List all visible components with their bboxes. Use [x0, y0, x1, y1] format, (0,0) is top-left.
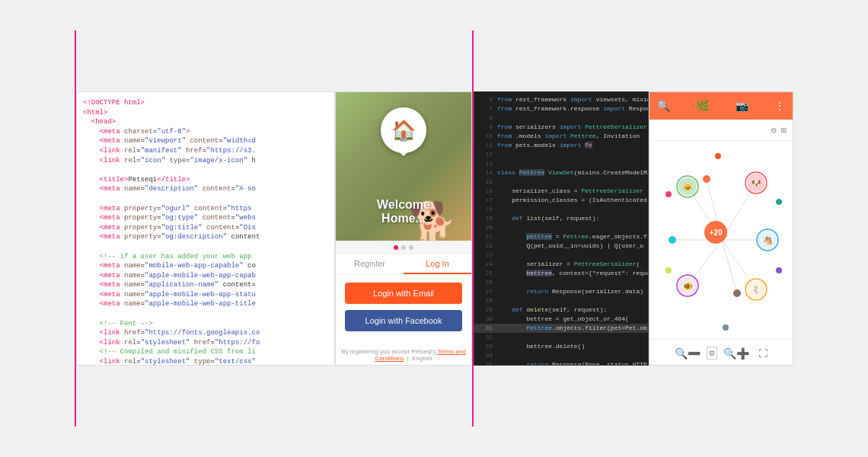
code-line-8: 8 — [474, 113, 648, 123]
code-line-14: 14 class Pettree ViewSet(mixins.CreateMo… — [474, 168, 648, 177]
code-line-16: 16 serializer_class = PettreeSerializer — [474, 187, 648, 196]
welcome-text: Welcome Home... — [336, 198, 471, 225]
svg-point-16 — [665, 191, 672, 197]
svg-text:🐱: 🐱 — [683, 182, 693, 192]
code-line-35: 35 return Response(None, status.HTTP_204… — [474, 360, 648, 366]
code-line-28: 28 — [474, 296, 648, 305]
search-icon[interactable]: 🔍 — [657, 100, 670, 112]
mobile-body: Login with Email Login with Facebook — [336, 275, 471, 345]
svg-point-13 — [669, 236, 676, 244]
code-line-31: 31 Pettree.objects.filter(pet=Pet.obje — [474, 324, 648, 333]
dot-3 — [409, 245, 413, 250]
mobile-tabs: Register Log In — [336, 254, 471, 275]
login-email-button[interactable]: Login with Email — [345, 283, 462, 304]
graph-toolbar: ⚙ ⊞ — [649, 120, 793, 141]
code-line-18: 18 — [474, 205, 648, 214]
code-line-23: 23 — [474, 251, 648, 260]
code-line-26: 26 — [474, 278, 648, 287]
code-line-7: 7 from rest_framework.response import Re… — [474, 104, 648, 113]
welcome-title-line1: Welcome — [336, 198, 471, 212]
code-line-12: 12 — [474, 150, 648, 159]
code-line-20: 20 — [474, 223, 648, 232]
code-line-33: 33 bettree.delete() — [474, 342, 648, 351]
svg-point-18 — [776, 267, 782, 273]
svg-point-20 — [715, 153, 721, 159]
svg-text:🐶: 🐶 — [752, 178, 761, 188]
tab-login[interactable]: Log In — [404, 254, 471, 274]
code-line-32: 32 — [474, 333, 648, 342]
panel-left-code: <!DOCTYPE html> <html> <head> <meta char… — [76, 91, 335, 366]
svg-point-15 — [733, 289, 741, 297]
code-line-25: 25 bettree, context={"request": reques — [474, 269, 648, 278]
carousel-dots — [336, 241, 471, 254]
more-icon[interactable]: ⋮ — [774, 100, 785, 112]
speech-bubble: 🏠 — [381, 107, 426, 153]
graph-header: 🔍 🌿 📷 ⋮ — [649, 92, 793, 120]
code-line-13: 13 — [474, 159, 648, 168]
svg-point-21 — [723, 324, 729, 331]
code-line-9: 9 from serializers import PettreeSeriali… — [474, 123, 648, 132]
leaf-icon[interactable]: 🌿 — [696, 100, 709, 112]
svg-point-14 — [703, 175, 710, 183]
footer-text: By registering you accept Petseqi's — [341, 348, 436, 355]
panel-code-dark: 6 from rest_framework import viewsets, m… — [474, 91, 649, 366]
panel-right: 6 from rest_framework import viewsets, m… — [474, 91, 793, 366]
code-line-17: 17 permission_classes = (IsAuthenticated… — [474, 196, 648, 205]
dot-2 — [401, 245, 406, 250]
code-line-29: 29 def delete(self, request): — [474, 305, 648, 315]
dot-1 — [394, 245, 398, 250]
mobile-hero: 🏠 🐕 Welcome Home... — [336, 92, 471, 241]
graph-footer: 🔍➖ ⊡ 🔍➕ ⛶ — [649, 339, 793, 366]
svg-point-17 — [776, 199, 782, 205]
count-badge: +20 — [704, 221, 727, 244]
svg-point-19 — [665, 267, 672, 273]
svg-text:🐇: 🐇 — [752, 285, 761, 295]
zoom-in-icon[interactable]: 🔍➕ — [723, 347, 749, 360]
filter-icon[interactable]: ⊞ — [781, 125, 787, 136]
code-line-21: 21 pettree = Pettree.eager_objects.filte… — [474, 232, 648, 241]
code-line-10: 10 from .models import Pettree, Invitati… — [474, 132, 648, 141]
fullscreen-icon[interactable]: ⛶ — [758, 348, 767, 359]
mobile-footer: By registering you accept Petseqi's Term… — [336, 345, 471, 365]
tab-register[interactable]: Register — [336, 254, 404, 274]
svg-line-7 — [722, 240, 737, 293]
code-line-27: 27 return Response(serializer.data) — [474, 287, 648, 296]
camera-icon[interactable]: 📷 — [736, 100, 748, 112]
panel-graph: 🔍 🌿 📷 ⋮ ⚙ ⊞ — [649, 91, 793, 366]
graph-canvas: 🐱 🐶 🐴 🐇 🐠 +20 — [649, 141, 793, 339]
code-line-30: 30 bettree = get_object_or_404( — [474, 315, 648, 324]
language-text: English — [412, 355, 432, 362]
code-line-15: 15 — [474, 177, 648, 187]
panel-middle-mobile: 🏠 🐕 Welcome Home... Register Log In Logi… — [335, 91, 472, 366]
code-line-22: 22 Q(pet_uuid__in=uuids) | Q(user_u — [474, 241, 648, 251]
fit-icon[interactable]: ⊡ — [707, 347, 718, 360]
svg-text:🐠: 🐠 — [683, 281, 693, 291]
svg-text:🐴: 🐴 — [763, 235, 773, 245]
code-line-24: 24 serializer = PettreeSerializer( — [474, 260, 648, 269]
main-container: <!DOCTYPE html> <html> <head> <meta char… — [15, 30, 853, 427]
code-line-11: 11 from pets.models import Pe — [474, 141, 648, 150]
welcome-title-line2: Home... — [336, 212, 471, 225]
code-line-6: 6 from rest_framework import viewsets, m… — [474, 95, 648, 104]
settings-icon[interactable]: ⚙ — [771, 125, 777, 136]
code-line-34: 34 — [474, 351, 648, 360]
zoom-out-icon[interactable]: 🔍➖ — [675, 347, 700, 360]
code-line-19: 19 def list(self, request): — [474, 214, 648, 223]
login-fb-button[interactable]: Login with Facebook — [345, 310, 462, 331]
